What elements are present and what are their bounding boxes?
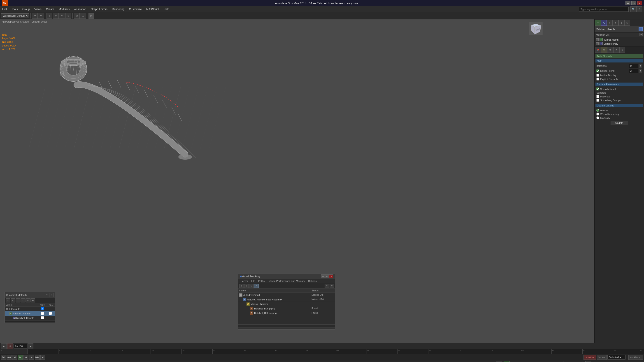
rotate-btn[interactable]: ↻ (59, 13, 65, 19)
main-section-header[interactable]: Main (596, 59, 643, 62)
layers-add-btn[interactable]: + (6, 298, 10, 303)
menu-help[interactable]: Help (162, 6, 172, 12)
asset-btn-list[interactable]: ≡ (254, 284, 259, 288)
layer-freeze-ratchet[interactable] (49, 312, 52, 315)
frame-prev-btn[interactable]: ◀ (28, 343, 34, 349)
anim-mode-btn[interactable]: ▶ (1, 343, 7, 349)
menu-rendering[interactable]: Rendering (110, 6, 127, 12)
key-mode-btn[interactable]: K (7, 343, 13, 349)
panel-icon-modify[interactable]: 🔧 (601, 20, 607, 26)
menu-views[interactable]: Views (32, 6, 44, 12)
modifier-item-editable-poly[interactable]: E Editable Poly (595, 42, 644, 46)
snap-btn[interactable]: ⊞ (74, 13, 80, 19)
asset-row-diffuse[interactable]: P Ratchet_Diffuse.png Found (238, 311, 335, 315)
layer-row-ratchet[interactable]: ⊞ Ratchet_Handle (5, 311, 55, 316)
isoline-checkbox[interactable] (596, 74, 599, 77)
asset-close-btn[interactable]: ✕ (329, 275, 333, 278)
close-button[interactable]: ✕ (637, 1, 642, 5)
asset-row-max[interactable]: M Ratchet_Handle_max_vray.max Network Pa… (238, 297, 335, 302)
iterations-spinner[interactable]: ⬆ (639, 64, 642, 68)
smoothing-groups-checkbox[interactable] (596, 99, 599, 102)
panel-icon-display[interactable]: ◈ (618, 20, 624, 26)
panel-icon-hierarchy[interactable]: ⊹ (607, 20, 612, 26)
render-iters-checkbox[interactable] (596, 69, 599, 72)
undo-btn[interactable]: ↩ (32, 13, 38, 19)
menu-customize[interactable]: Customize (127, 6, 144, 12)
nav-cube[interactable]: TOP FRONT (529, 22, 542, 35)
search-input[interactable] (579, 7, 629, 12)
prev-key-btn[interactable]: ◀ (12, 355, 17, 360)
minimize-button[interactable]: — (626, 1, 630, 5)
asset-btn-refresh[interactable]: ↻ (330, 284, 334, 288)
layers-highlight-btn[interactable]: ◈ (30, 298, 35, 303)
asset-row-vault[interactable]: ▣ Autodesk Vault Logged Out (238, 293, 335, 297)
menu-maxscript[interactable]: MAXScript (144, 6, 162, 12)
asset-btn-help[interactable]: ? (324, 284, 329, 288)
manually-radio[interactable] (596, 116, 599, 119)
asset-btn-1[interactable]: ⊞ (239, 284, 244, 288)
time-config-btn[interactable]: ⏱ (585, 361, 591, 362)
layers-scrollbar[interactable] (5, 320, 55, 323)
asset-btn-2[interactable]: ⊠ (244, 284, 249, 288)
configure-modifier-btn[interactable]: ⚙ (620, 47, 625, 53)
layer-row-default[interactable]: ⊞ 0 (default) (5, 307, 55, 311)
asset-menu-server[interactable]: Server (239, 280, 249, 283)
explicit-normals-checkbox[interactable] (596, 78, 599, 80)
render-btn[interactable]: ▶ (88, 13, 94, 19)
play-btn[interactable]: ▶ (18, 355, 23, 360)
play-back-btn[interactable]: ◀ (24, 355, 28, 360)
menu-graph-editors[interactable]: Graph Editors (88, 6, 110, 12)
angle-snap-btn[interactable]: ∠ (80, 13, 86, 19)
key-filters-btn[interactable]: Key Filters... (628, 355, 643, 360)
always-radio[interactable] (596, 109, 599, 112)
show-end-result-btn[interactable]: ⊙ (601, 47, 607, 53)
layer-hide-ratchet[interactable] (41, 312, 44, 315)
select-btn[interactable]: ⊹ (46, 13, 52, 19)
name-color-swatch[interactable] (638, 27, 643, 31)
remove-modifier-btn[interactable]: ✕ (613, 47, 619, 53)
set-key-btn[interactable]: Set Key (596, 355, 607, 360)
selected-dropdown[interactable]: Selected ▼ (608, 355, 626, 360)
next-frame-btn[interactable]: ▶▶ (35, 355, 40, 360)
pin-stack-btn[interactable]: 📌 (595, 47, 601, 53)
scale-btn[interactable]: ⊡ (66, 13, 71, 19)
update-button[interactable]: Update (610, 121, 628, 125)
go-end-btn[interactable]: ▶| (40, 355, 45, 360)
go-start-btn[interactable]: |◀ (1, 355, 6, 360)
move-btn[interactable]: ✛ (53, 13, 59, 19)
timeline[interactable]: 0 5 10 15 20 25 30 35 40 45 50 55 60 65 … (27, 349, 644, 354)
surface-params-header[interactable]: Surface Parameters (596, 82, 643, 86)
asset-row-bump[interactable]: P Ratchet_Bump.png Found (238, 306, 335, 311)
viewport[interactable]: [+] [Perspective] [Shaded + Edged Faces]… (0, 19, 594, 343)
asset-scrollbar[interactable] (238, 328, 335, 329)
layers-close-btn[interactable]: ✕ (49, 293, 54, 297)
iterations-input[interactable] (629, 64, 638, 68)
modifier-item-turbosmooth[interactable]: T TurboSmooth (595, 38, 644, 42)
layers-move-up-btn[interactable]: ↑ (16, 298, 20, 303)
asset-btn-3[interactable]: ⊟ (249, 284, 254, 288)
menu-edit[interactable]: Edit (0, 6, 9, 12)
panel-icon-utilities[interactable]: ⊟ (624, 20, 630, 26)
layers-move-down-btn[interactable]: ↓ (20, 298, 25, 303)
render-iters-input[interactable] (629, 69, 638, 73)
modifier-checkbox-turbosmooth[interactable] (596, 38, 599, 41)
menu-group[interactable]: Group (20, 6, 32, 12)
panel-icon-create[interactable]: ✛ (595, 20, 601, 26)
prev-frame-btn[interactable]: ◀◀ (6, 355, 12, 360)
panel-icon-motion[interactable]: ▶ (612, 20, 618, 26)
maximize-button[interactable]: □ (631, 1, 636, 5)
layers-info-btn[interactable]: ? (45, 293, 49, 297)
turbosmooth-section-header[interactable]: TurboSmooth (596, 54, 643, 58)
menu-modifiers[interactable]: Modifiers (56, 6, 72, 12)
lock-btn[interactable]: 🔒 (496, 361, 502, 362)
layer-hide-ratchet-obj[interactable] (41, 316, 44, 319)
asset-minimize-btn[interactable]: — (321, 275, 325, 278)
asset-menu-bitmap[interactable]: Bitmap Performance and Memory (266, 280, 306, 283)
menu-animation[interactable]: Animation (72, 6, 88, 12)
asset-maximize-btn[interactable]: □ (325, 275, 329, 278)
modifier-list-dropdown[interactable]: ▼ (640, 33, 643, 36)
layer-hide-default[interactable] (41, 307, 44, 310)
smooth-result-checkbox[interactable] (596, 87, 599, 90)
next-key-btn[interactable]: ▶ (29, 355, 34, 360)
auto-key-btn[interactable]: Auto Key (584, 355, 596, 360)
